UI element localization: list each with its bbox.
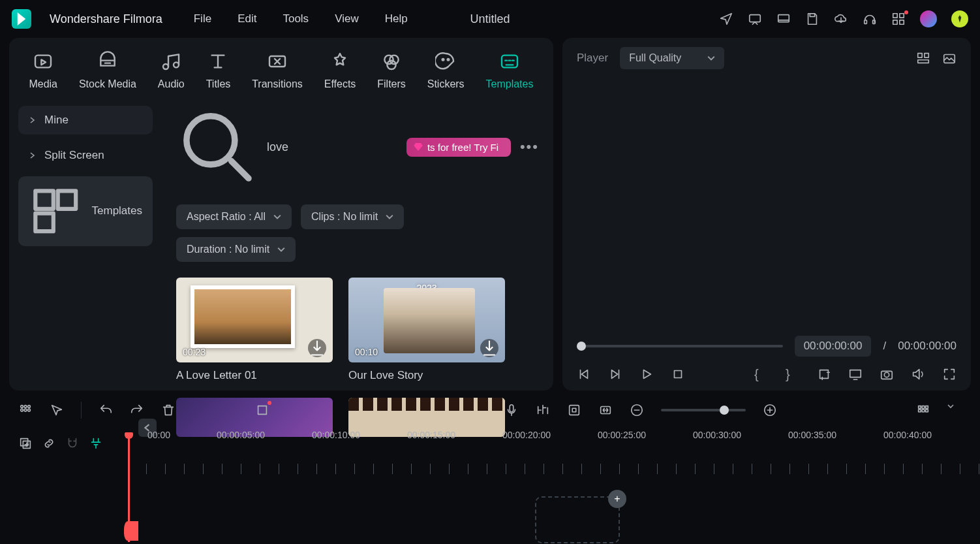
user-avatar[interactable] xyxy=(920,10,937,27)
playhead-handle[interactable] xyxy=(124,521,138,541)
template-title: Our Love Story xyxy=(348,369,505,382)
voiceover-button[interactable] xyxy=(504,403,519,417)
link-button[interactable] xyxy=(42,436,56,451)
menu-file[interactable]: File xyxy=(194,12,211,25)
templates-icon xyxy=(29,184,83,238)
camera-icon[interactable] xyxy=(880,367,894,381)
svg-rect-1 xyxy=(778,15,789,22)
add-track-button[interactable] xyxy=(18,436,33,451)
track-view-dropdown[interactable] xyxy=(947,403,962,417)
crop-icon[interactable] xyxy=(817,367,831,381)
filter-aspect-ratio[interactable]: Aspect Ratio : All xyxy=(176,204,292,229)
svg-rect-48 xyxy=(919,406,921,409)
message-icon[interactable] xyxy=(748,12,762,26)
quality-select[interactable]: Full Quality xyxy=(620,47,724,69)
crop-button[interactable] xyxy=(255,403,269,417)
more-options-button[interactable]: ••• xyxy=(520,138,539,155)
zoom-slider[interactable] xyxy=(661,409,746,411)
ruler-mark: 00:00:25:00 xyxy=(598,430,646,440)
menu-view[interactable]: View xyxy=(335,12,359,25)
download-icon[interactable] xyxy=(308,339,326,357)
mark-in-button[interactable]: { xyxy=(754,367,769,381)
svg-rect-0 xyxy=(750,15,761,22)
svg-point-14 xyxy=(442,59,444,61)
volume-icon[interactable] xyxy=(911,367,925,381)
zoom-in-button[interactable] xyxy=(763,403,777,417)
svg-rect-2 xyxy=(810,14,814,17)
tab-templates[interactable]: Templates xyxy=(486,51,534,90)
player-panel: Player Full Quality 00:00:00:00 / 00:00:… xyxy=(562,38,971,391)
cloud-icon[interactable] xyxy=(834,12,848,26)
timeline-drop-zone[interactable]: + xyxy=(535,496,620,543)
app-logo xyxy=(12,9,31,29)
track-view-button[interactable] xyxy=(916,403,930,417)
sidebar-item-templates[interactable]: Templates xyxy=(18,176,153,246)
chevron-down-icon xyxy=(277,246,285,253)
tab-stock-media[interactable]: Stock Media xyxy=(79,51,136,90)
library-content: ts for free! Try Fi ••• Aspect Ratio : A… xyxy=(162,97,553,446)
menu-edit[interactable]: Edit xyxy=(237,12,256,25)
svg-rect-23 xyxy=(918,60,929,63)
template-card-love-letter[interactable]: 00:23 A Love Letter 01 xyxy=(176,278,333,382)
snapshot-icon[interactable] xyxy=(942,51,957,65)
menubar: Wondershare Filmora File Edit Tools View… xyxy=(0,0,980,38)
save-icon[interactable] xyxy=(805,12,819,26)
layout-icon[interactable] xyxy=(916,51,930,65)
player-scrubber[interactable] xyxy=(577,345,783,347)
chevron-right-icon xyxy=(29,117,35,123)
tab-audio[interactable]: Audio xyxy=(158,51,185,90)
tab-effects[interactable]: Effects xyxy=(324,51,356,90)
svg-rect-8 xyxy=(900,20,904,24)
headphones-icon[interactable] xyxy=(863,12,877,26)
svg-rect-38 xyxy=(258,406,267,415)
ruler-mark: 00:00 xyxy=(147,430,170,440)
zoom-out-button[interactable] xyxy=(630,403,644,417)
filter-clips[interactable]: Clips : No limit xyxy=(301,204,404,229)
auto-ripple-button[interactable] xyxy=(89,436,103,451)
search-input[interactable] xyxy=(267,140,397,154)
menu-help[interactable]: Help xyxy=(385,12,408,25)
svg-rect-51 xyxy=(919,409,921,412)
send-icon[interactable] xyxy=(719,12,733,26)
monitor-icon[interactable] xyxy=(848,367,863,381)
svg-point-29 xyxy=(884,372,889,377)
tab-titles[interactable]: Titles xyxy=(206,51,231,90)
tab-filters[interactable]: Filters xyxy=(377,51,406,90)
audio-mixer-button[interactable] xyxy=(536,403,550,417)
sidebar-item-mine[interactable]: Mine xyxy=(18,106,153,135)
magnet-button[interactable] xyxy=(65,436,80,451)
fit-button[interactable] xyxy=(598,403,613,417)
display-icon[interactable] xyxy=(776,12,791,26)
download-icon[interactable] xyxy=(480,339,498,357)
stop-button[interactable] xyxy=(671,367,685,381)
tab-transitions[interactable]: Transitions xyxy=(252,51,303,90)
keyframe-button[interactable] xyxy=(567,403,581,417)
timeline-ruler[interactable]: 00:00 00:00:05:00 00:00:10:00 00:00:15:0… xyxy=(128,430,980,461)
tab-stickers[interactable]: Stickers xyxy=(427,51,465,90)
premium-button[interactable] xyxy=(951,10,968,27)
next-frame-button[interactable] xyxy=(608,367,622,381)
chevron-down-icon xyxy=(386,213,393,221)
ruler-mark: 00:00:30:00 xyxy=(693,430,741,440)
delete-button[interactable] xyxy=(161,403,176,417)
library-tabs: Media Stock Media Audio Titles Transitio… xyxy=(9,38,553,97)
svg-rect-26 xyxy=(820,370,829,379)
filter-duration[interactable]: Duration : No limit xyxy=(176,237,296,262)
fullscreen-icon[interactable] xyxy=(942,367,957,381)
template-card-our-love-story[interactable]: 2023 00:10 Our Love Story xyxy=(348,278,505,382)
add-clip-button[interactable]: + xyxy=(608,490,626,508)
chevron-down-icon xyxy=(707,54,715,62)
menu-tools[interactable]: Tools xyxy=(283,12,309,25)
preview-area[interactable] xyxy=(577,69,957,336)
tab-media[interactable]: Media xyxy=(29,51,57,90)
mark-out-button[interactable]: } xyxy=(786,367,800,381)
prev-frame-button[interactable] xyxy=(577,367,591,381)
apps-icon[interactable] xyxy=(891,12,906,26)
svg-rect-3 xyxy=(865,20,867,24)
promo-banner[interactable]: ts for free! Try Fi xyxy=(406,138,511,157)
current-timecode[interactable]: 00:00:00:00 xyxy=(795,336,872,357)
svg-rect-5 xyxy=(893,14,897,18)
svg-rect-50 xyxy=(926,406,928,409)
play-button[interactable] xyxy=(639,367,654,381)
sidebar-item-split-screen[interactable]: Split Screen xyxy=(18,141,153,170)
